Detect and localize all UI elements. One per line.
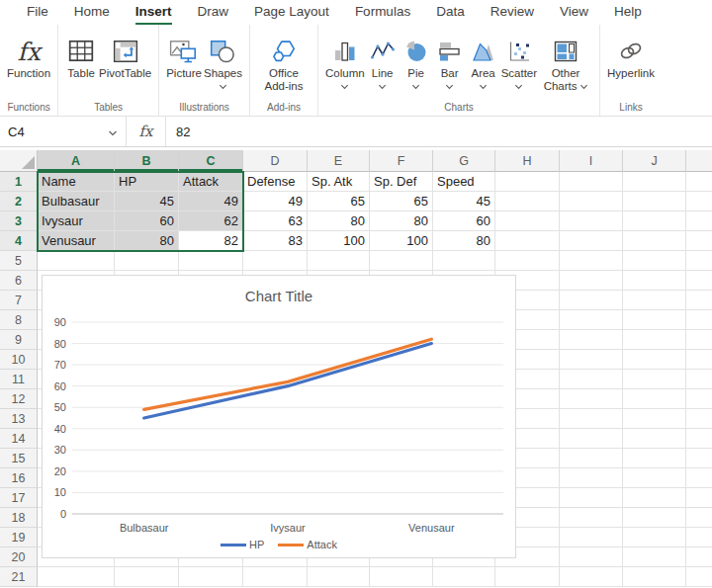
cell-C2[interactable]: 49 <box>179 192 243 211</box>
ribbon-button-column[interactable]: Column <box>325 36 365 92</box>
cell-G2[interactable]: 45 <box>433 192 495 211</box>
cell-overflow18[interactable] <box>686 508 712 528</box>
tab-review[interactable]: Review <box>478 0 547 26</box>
row-header-1[interactable]: 1 <box>0 172 38 192</box>
cell-J1[interactable] <box>623 172 686 192</box>
cell-overflow3[interactable] <box>686 211 712 231</box>
tab-view[interactable]: View <box>547 0 601 26</box>
cell-A3[interactable]: Ivysaur <box>38 211 115 231</box>
cell-J17[interactable] <box>623 488 686 508</box>
ribbon-button-other-charts[interactable]: Other Charts <box>539 36 592 93</box>
chart-legend[interactable]: HPAttack <box>43 539 515 550</box>
active-cell[interactable]: 82 <box>179 231 243 251</box>
cell-I13[interactable] <box>560 409 623 429</box>
row-header-9[interactable]: 9 <box>0 330 38 350</box>
row-header-6[interactable]: 6 <box>0 271 38 291</box>
cell-I14[interactable] <box>560 429 623 449</box>
row-header-11[interactable]: 11 <box>0 370 38 389</box>
cell-I4[interactable] <box>560 231 623 251</box>
cell-D21[interactable] <box>243 567 308 587</box>
column-header-B[interactable]: B <box>115 150 179 172</box>
cell-F3[interactable]: 80 <box>370 211 433 231</box>
cell-I2[interactable] <box>560 192 623 211</box>
cell-overflow8[interactable] <box>686 310 712 330</box>
ribbon-button-office-add-ins[interactable]: Office Add-ins <box>257 36 311 93</box>
cell-B4[interactable]: 80 <box>115 231 179 251</box>
cell-E3[interactable]: 80 <box>308 211 370 231</box>
row-header-3[interactable]: 3 <box>0 211 38 231</box>
cell-overflow9[interactable] <box>686 330 712 350</box>
ribbon-button-line[interactable]: Line <box>367 36 399 92</box>
cell-J18[interactable] <box>623 508 686 528</box>
cell-F4[interactable]: 100 <box>370 231 433 251</box>
row-header-18[interactable]: 18 <box>0 508 38 528</box>
column-header-F[interactable]: F <box>370 150 433 172</box>
cell-I5[interactable] <box>560 251 623 271</box>
chart-title[interactable]: Chart Title <box>43 288 515 304</box>
cell-E2[interactable]: 65 <box>308 192 370 211</box>
cell-overflow11[interactable] <box>686 370 712 389</box>
cell-G5[interactable] <box>433 251 495 271</box>
tab-help[interactable]: Help <box>601 0 655 26</box>
cell-E1[interactable]: Sp. Atk <box>308 172 370 192</box>
cell-G1[interactable]: Speed <box>433 172 495 192</box>
chart[interactable]: Chart Title 0102030405060708090Bulbasaur… <box>42 275 516 558</box>
row-header-10[interactable]: 10 <box>0 350 38 370</box>
cell-B5[interactable] <box>115 251 179 271</box>
cell-I1[interactable] <box>560 172 623 192</box>
cell-J20[interactable] <box>623 547 686 567</box>
cell-I11[interactable] <box>560 370 623 389</box>
chart-plot-area[interactable]: 0102030405060708090BulbasaurIvysaurVenus… <box>43 313 517 543</box>
cell-A21[interactable] <box>38 567 115 587</box>
cell-H1[interactable] <box>495 172 560 192</box>
tab-insert[interactable]: Insert <box>123 0 185 26</box>
cell-E4[interactable]: 100 <box>308 231 370 251</box>
cell-I10[interactable] <box>560 350 623 370</box>
cell-overflow6[interactable] <box>686 271 712 291</box>
cell-J8[interactable] <box>623 310 686 330</box>
cell-J7[interactable] <box>623 291 686 310</box>
cell-I8[interactable] <box>560 310 623 330</box>
cell-E5[interactable] <box>308 251 370 271</box>
cell-C1[interactable]: Attack <box>179 172 243 192</box>
cell-E21[interactable] <box>308 567 370 587</box>
column-header-I[interactable]: I <box>560 150 623 172</box>
row-header-13[interactable]: 13 <box>0 409 38 429</box>
ribbon-button-scatter[interactable]: Scatter <box>501 36 537 92</box>
row-header-5[interactable]: 5 <box>0 251 38 271</box>
column-header-J[interactable]: J <box>623 150 686 172</box>
cell-F1[interactable]: Sp. Def <box>370 172 433 192</box>
cell-I6[interactable] <box>560 271 623 291</box>
cell-J15[interactable] <box>623 449 686 468</box>
tab-draw[interactable]: Draw <box>185 0 242 26</box>
row-header-20[interactable]: 20 <box>0 547 38 567</box>
select-all-button[interactable] <box>0 150 38 172</box>
cell-G4[interactable]: 80 <box>433 231 495 251</box>
column-header-overflow[interactable] <box>686 150 712 172</box>
cell-overflow1[interactable] <box>686 172 712 192</box>
cell-overflow16[interactable] <box>686 468 712 488</box>
cell-overflow10[interactable] <box>686 350 712 370</box>
cell-A5[interactable] <box>38 251 115 271</box>
row-header-7[interactable]: 7 <box>0 291 38 310</box>
cell-J4[interactable] <box>623 231 686 251</box>
ribbon-button-function[interactable]: fxFunction <box>7 36 50 80</box>
cell-I16[interactable] <box>560 468 623 488</box>
ribbon-button-hyperlink[interactable]: Hyperlink <box>607 36 655 80</box>
cell-A2[interactable]: Bulbasaur <box>38 192 115 211</box>
cell-J12[interactable] <box>623 389 686 409</box>
cell-J21[interactable] <box>623 567 686 587</box>
ribbon-button-table[interactable]: Table <box>65 36 97 80</box>
cell-F5[interactable] <box>370 251 433 271</box>
row-header-15[interactable]: 15 <box>0 449 38 468</box>
series-line-attack[interactable] <box>144 339 432 409</box>
cell-I21[interactable] <box>560 567 623 587</box>
row-header-21[interactable]: 21 <box>0 567 38 587</box>
cell-J19[interactable] <box>623 528 686 547</box>
cell-C3[interactable]: 62 <box>179 211 243 231</box>
cell-overflow13[interactable] <box>686 409 712 429</box>
cell-overflow17[interactable] <box>686 488 712 508</box>
row-header-12[interactable]: 12 <box>0 389 38 409</box>
ribbon-button-picture[interactable]: Picture <box>166 36 202 80</box>
ribbon-button-pivottable[interactable]: PivotTable <box>99 36 151 80</box>
